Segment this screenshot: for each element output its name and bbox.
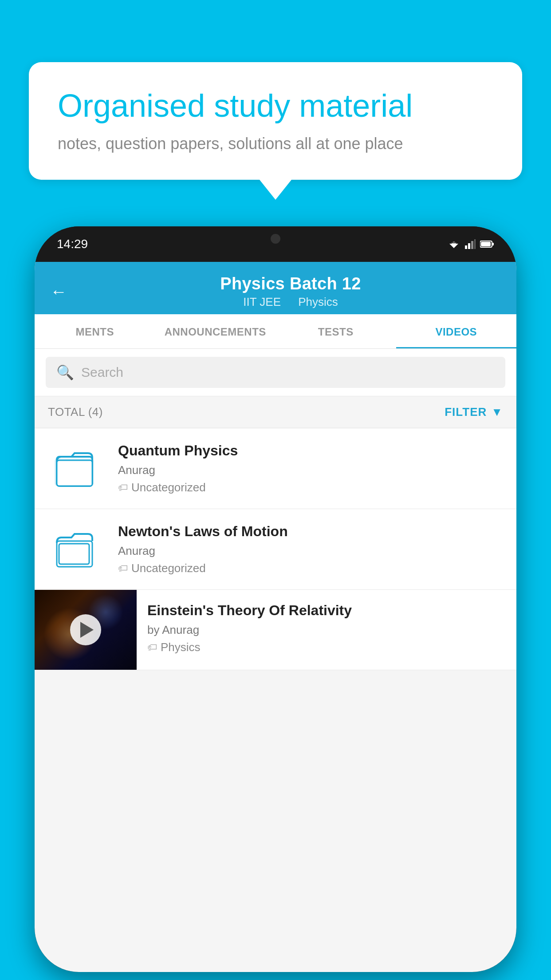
svg-rect-5 — [471, 241, 473, 249]
subtitle-iitjee: IIT JEE — [243, 295, 281, 308]
einstein-tag: 🏷 Physics — [147, 640, 506, 654]
tag-label-2: Uncategorized — [131, 561, 206, 575]
svg-rect-6 — [474, 239, 476, 249]
list-item[interactable]: Newton's Laws of Motion Anurag 🏷 Uncateg… — [35, 509, 516, 590]
back-button[interactable]: ← — [50, 282, 67, 301]
einstein-title: Einstein's Theory Of Relativity — [147, 602, 506, 619]
speech-bubble-title: Organised study material — [58, 87, 493, 125]
search-bar-wrap: 🔍 Search — [35, 349, 516, 396]
search-bar[interactable]: 🔍 Search — [46, 357, 505, 388]
einstein-author: by Anurag — [147, 623, 506, 637]
video-info-2: Newton's Laws of Motion Anurag 🏷 Uncateg… — [118, 523, 503, 575]
svg-rect-14 — [59, 544, 89, 564]
app-header: ← Physics Batch 12 IIT JEE Physics MENTS… — [35, 262, 516, 349]
battery-icon — [480, 240, 494, 248]
tag-icon-3: 🏷 — [147, 642, 157, 653]
video-tag-1: 🏷 Uncategorized — [118, 481, 503, 494]
svg-rect-3 — [465, 245, 467, 249]
list-item[interactable]: Quantum Physics Anurag 🏷 Uncategorized — [35, 428, 516, 509]
video-title-1: Quantum Physics — [118, 443, 503, 459]
svg-rect-8 — [492, 243, 494, 245]
filter-button[interactable]: FILTER ▼ — [445, 405, 503, 419]
phone-time: 14:29 — [57, 237, 88, 251]
total-count: TOTAL (4) — [48, 405, 103, 419]
svg-rect-9 — [481, 242, 491, 246]
signal-icon — [465, 239, 476, 249]
video-author-1: Anurag — [118, 463, 503, 477]
tag-icon-1: 🏷 — [118, 482, 128, 494]
phone-notch — [236, 226, 315, 251]
video-list: Quantum Physics Anurag 🏷 Uncategorized — [35, 428, 516, 670]
status-icons — [447, 239, 494, 249]
tag-label-3: Physics — [161, 640, 201, 654]
tab-videos[interactable]: VIDEOS — [396, 314, 517, 348]
filter-bar: TOTAL (4) FILTER ▼ — [35, 396, 516, 428]
camera-dot — [271, 234, 280, 244]
subtitle-physics: Physics — [298, 295, 338, 308]
folder-icon-1 — [55, 449, 99, 489]
svg-marker-2 — [453, 241, 455, 243]
video-tag-2: 🏷 Uncategorized — [118, 561, 503, 575]
video-info-1: Quantum Physics Anurag 🏷 Uncategorized — [118, 443, 503, 494]
phone-frame: 14:29 — [35, 226, 516, 972]
list-item[interactable]: Einstein's Theory Of Relativity by Anura… — [35, 590, 516, 670]
play-triangle-icon — [80, 622, 94, 638]
video-title-2: Newton's Laws of Motion — [118, 523, 503, 540]
filter-label: FILTER — [445, 405, 487, 419]
wifi-icon — [447, 239, 460, 249]
phone-status-bar: 14:29 — [35, 226, 516, 262]
folder-thumb-2 — [48, 525, 106, 574]
einstein-info: Einstein's Theory Of Relativity by Anura… — [137, 590, 516, 667]
speech-bubble: Organised study material notes, question… — [29, 62, 522, 180]
video-author-2: Anurag — [118, 544, 503, 558]
svg-rect-4 — [468, 243, 470, 249]
speech-bubble-subtitle: notes, question papers, solutions all at… — [58, 134, 493, 153]
batch-title: Physics Batch 12 — [80, 274, 501, 293]
tab-tests[interactable]: TESTS — [276, 314, 396, 348]
tab-announcements[interactable]: ANNOUNCEMENTS — [155, 314, 276, 348]
folder-thumb-1 — [48, 444, 106, 493]
tab-bar: MENTS ANNOUNCEMENTS TESTS VIDEOS — [35, 314, 516, 349]
batch-subtitle: IIT JEE Physics — [80, 295, 501, 309]
phone-screen: ← Physics Batch 12 IIT JEE Physics MENTS… — [35, 262, 516, 972]
search-input[interactable]: Search — [81, 365, 123, 380]
tag-icon-2: 🏷 — [118, 563, 128, 574]
search-icon: 🔍 — [56, 364, 74, 381]
tag-label-1: Uncategorized — [131, 481, 206, 494]
header-title-block: Physics Batch 12 IIT JEE Physics — [80, 274, 501, 309]
play-button[interactable] — [70, 614, 101, 645]
tab-ments[interactable]: MENTS — [35, 314, 155, 348]
svg-rect-12 — [57, 460, 92, 486]
folder-icon-2 — [55, 530, 99, 569]
einstein-thumb — [35, 590, 137, 670]
filter-icon: ▼ — [491, 405, 503, 419]
